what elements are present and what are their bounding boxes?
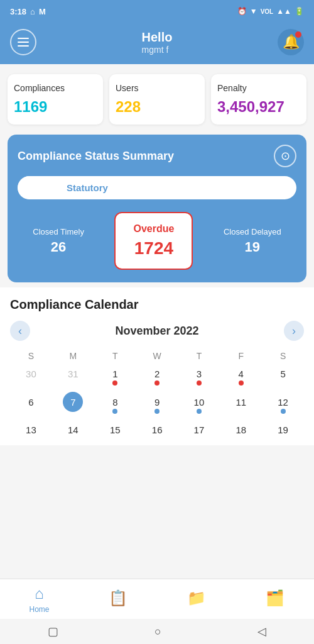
- wifi-icon: ▼: [250, 7, 257, 16]
- next-month-button[interactable]: ›: [284, 321, 304, 341]
- filter-icon: ⊙: [281, 149, 290, 163]
- cal-day-9[interactable]: 9: [136, 389, 178, 422]
- subtitle-text: mgmt f: [142, 45, 169, 55]
- nav-tasks[interactable]: 📁: [157, 579, 236, 619]
- cal-day-12[interactable]: 12: [262, 389, 304, 422]
- overdue-value: 1724: [134, 238, 173, 258]
- weekday-sat: S: [262, 348, 304, 366]
- notification-badge: [295, 31, 301, 38]
- closed-timely-stat: Closed Timely 26: [33, 227, 84, 255]
- documents-nav-icon: 🗂️: [266, 589, 284, 607]
- cal-day-17[interactable]: 17: [178, 422, 220, 445]
- greeting-text: Hello: [142, 30, 173, 45]
- compliance-calendar-section: Compliance Calendar ‹ November 2022 › S …: [0, 287, 314, 445]
- cal-day-30[interactable]: 30: [10, 366, 52, 389]
- compliances-card[interactable]: Compliances 1169: [8, 74, 103, 125]
- menu-button[interactable]: [10, 29, 36, 55]
- tab-statutory[interactable]: Statutory: [18, 176, 157, 199]
- prev-month-button[interactable]: ‹: [10, 321, 30, 341]
- weekday-tue: T: [94, 348, 136, 366]
- notification-button[interactable]: 🔔: [278, 29, 304, 55]
- calendar-week-3: 13 14 15 16 17: [10, 422, 304, 445]
- android-nav-bar: ▢ ○ ◁: [0, 619, 314, 644]
- recents-button[interactable]: ▢: [48, 625, 58, 638]
- cal-day-31[interactable]: 31: [52, 366, 94, 389]
- hamburger-line-2: [18, 42, 29, 43]
- users-label: Users: [116, 83, 139, 93]
- penalty-label: Penalty: [217, 83, 247, 93]
- cal-day-1[interactable]: 1: [94, 366, 136, 389]
- users-value: 228: [116, 98, 141, 116]
- statutory-internal-toggle[interactable]: Statutory Internal: [18, 176, 296, 199]
- status-bar: 3:18 ⌂ M ⏰ ▼ VOL ▲▲ 🔋: [0, 0, 314, 23]
- users-card[interactable]: Users 228: [109, 74, 205, 125]
- closed-delayed-label: Closed Delayed: [224, 227, 281, 236]
- hamburger-line-3: [18, 45, 29, 47]
- compliance-summary-section: Compliance Status Summary ⊙ Statutory In…: [8, 135, 306, 282]
- nav-home[interactable]: ⌂ Home: [0, 579, 78, 619]
- closed-delayed-value: 19: [245, 239, 260, 255]
- weekday-wed: W: [136, 348, 178, 366]
- calendar-week-2: 6 7 8 9 10: [10, 389, 304, 422]
- cal-day-2[interactable]: 2: [136, 366, 178, 389]
- cal-day-15[interactable]: 15: [94, 422, 136, 445]
- weekday-thu: T: [178, 348, 220, 366]
- vol-icon: VOL: [261, 8, 274, 15]
- closed-timely-label: Closed Timely: [33, 227, 84, 236]
- cal-day-8[interactable]: 8: [94, 389, 136, 422]
- signal-icon: ▲▲: [276, 7, 291, 16]
- cal-day-5[interactable]: 5: [262, 366, 304, 389]
- hamburger-line-1: [18, 38, 29, 39]
- home-nav-icon: ⌂: [35, 585, 44, 602]
- alarm-icon: ⏰: [237, 7, 247, 16]
- filter-button[interactable]: ⊙: [274, 145, 296, 167]
- cal-day-10[interactable]: 10: [178, 389, 220, 422]
- cal-day-6[interactable]: 6: [10, 389, 52, 422]
- cal-day-19[interactable]: 19: [262, 422, 304, 445]
- bottom-navigation: ⌂ Home 📋 📁 🗂️: [0, 579, 314, 619]
- calendar-weekdays-row: S M T W T F S: [10, 348, 304, 366]
- penalty-value: 3,450,927: [217, 98, 284, 116]
- cal-day-11[interactable]: 11: [220, 389, 262, 422]
- summary-cards-row: Compliances 1169 Users 228 Penalty 3,450…: [0, 64, 314, 130]
- status-bar-left: 3:18 ⌂ M: [10, 7, 46, 16]
- tasks-nav-icon: 📁: [187, 589, 206, 607]
- header-title: Hello mgmt f: [142, 30, 173, 55]
- time-display: 3:18: [10, 7, 26, 16]
- closed-timely-value: 26: [51, 239, 66, 255]
- reports-nav-icon: 📋: [109, 589, 127, 607]
- cal-day-7-today[interactable]: 7: [52, 389, 94, 422]
- cal-day-16[interactable]: 16: [136, 422, 178, 445]
- mail-icon: M: [39, 7, 46, 16]
- overdue-card[interactable]: Overdue 1724: [114, 212, 193, 270]
- cal-day-3[interactable]: 3: [178, 366, 220, 389]
- compliances-value: 1169: [14, 98, 47, 116]
- cal-day-4[interactable]: 4: [220, 366, 262, 389]
- home-button[interactable]: ○: [154, 625, 161, 638]
- calendar-month-year: November 2022: [115, 325, 198, 338]
- calendar-nav: ‹ November 2022 ›: [10, 321, 304, 341]
- app-header: Hello mgmt f 🔔: [0, 23, 314, 64]
- overdue-label: Overdue: [133, 223, 174, 235]
- cal-day-13[interactable]: 13: [10, 422, 52, 445]
- back-button[interactable]: ◁: [257, 625, 266, 638]
- calendar-week-1: 30 31 1 2 3: [10, 366, 304, 389]
- summary-header: Compliance Status Summary ⊙: [18, 145, 296, 167]
- status-bar-right: ⏰ ▼ VOL ▲▲ 🔋: [237, 7, 304, 16]
- nav-documents[interactable]: 🗂️: [236, 579, 314, 619]
- nav-reports[interactable]: 📋: [78, 579, 157, 619]
- weekday-sun: S: [10, 348, 52, 366]
- tab-internal[interactable]: Internal: [157, 176, 296, 199]
- battery-icon: 🔋: [295, 7, 304, 16]
- home-nav-label: Home: [29, 605, 49, 614]
- compliances-label: Compliances: [14, 83, 65, 93]
- cal-day-14[interactable]: 14: [52, 422, 94, 445]
- calendar-title: Compliance Calendar: [10, 297, 304, 312]
- summary-title: Compliance Status Summary: [18, 150, 174, 163]
- calendar-grid: S M T W T F S 30 31 1: [10, 348, 304, 445]
- cal-day-18[interactable]: 18: [220, 422, 262, 445]
- penalty-card[interactable]: Penalty 3,450,927: [211, 74, 306, 125]
- weekday-mon: M: [52, 348, 94, 366]
- closed-delayed-stat: Closed Delayed 19: [224, 227, 281, 255]
- home-icon: ⌂: [30, 7, 35, 16]
